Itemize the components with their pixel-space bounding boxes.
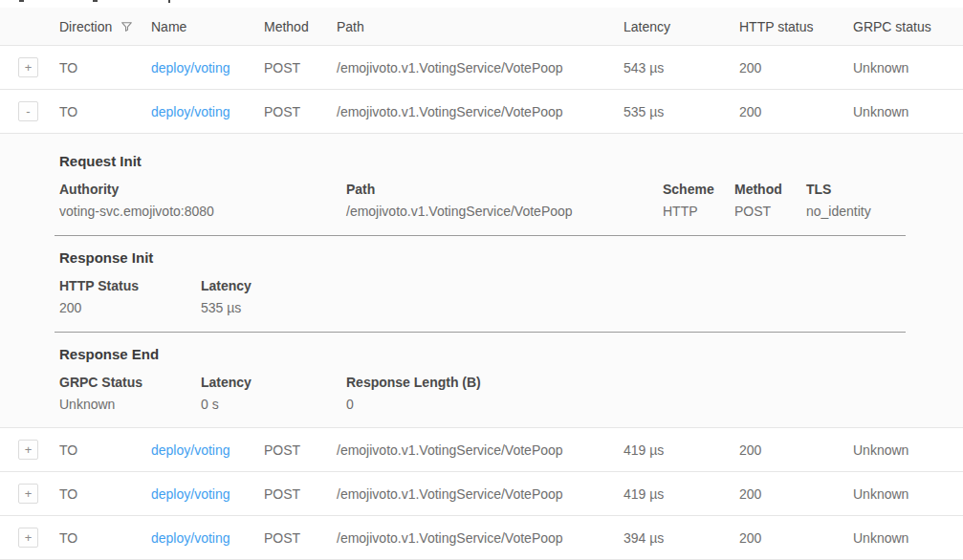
column-header-direction-label: Direction bbox=[59, 19, 112, 34]
request-init-title: Request Init bbox=[59, 153, 963, 169]
expander-cell: + bbox=[0, 484, 59, 504]
expand-toggle-button[interactable]: + bbox=[18, 57, 38, 77]
name-cell: deploy/voting bbox=[151, 60, 264, 75]
field-value: 535 µs bbox=[201, 300, 963, 315]
name-link[interactable]: deploy/voting bbox=[151, 486, 230, 502]
latency-cell: 543 µs bbox=[624, 60, 739, 75]
direction-cell: TO bbox=[59, 530, 151, 546]
field-value: HTTP bbox=[663, 204, 734, 219]
column-header-direction: Direction bbox=[59, 19, 151, 34]
filter-icon[interactable] bbox=[120, 20, 133, 32]
field-value: 200 bbox=[59, 300, 201, 315]
direction-cell: TO bbox=[59, 486, 151, 502]
http-status-cell: 200 bbox=[739, 486, 853, 502]
field-scheme: Scheme HTTP bbox=[663, 182, 734, 219]
name-cell: deploy/voting bbox=[151, 442, 264, 458]
grpc-status-cell: Unknown bbox=[853, 442, 963, 458]
field-label: TLS bbox=[806, 182, 963, 197]
field-method: Method POST bbox=[734, 182, 806, 219]
http-status-cell: 200 bbox=[739, 60, 853, 75]
method-cell: POST bbox=[264, 442, 337, 458]
expander-cell: - bbox=[0, 101, 59, 121]
request-init-fields: Authority voting-svc.emojivoto:8080 Path… bbox=[59, 182, 963, 219]
field-tls: TLS no_identity bbox=[806, 182, 963, 219]
direction-cell: TO bbox=[59, 60, 151, 75]
name-link[interactable]: deploy/voting bbox=[151, 530, 230, 546]
field-value: 0 s bbox=[201, 397, 346, 412]
response-init-fields: HTTP Status 200 Latency 535 µs bbox=[59, 278, 963, 315]
field-label: Latency bbox=[201, 278, 963, 293]
section-divider bbox=[55, 332, 906, 333]
expand-toggle-button[interactable]: - bbox=[18, 101, 38, 121]
grpc-status-cell: Unknown bbox=[853, 104, 963, 119]
path-cell: /emojivoto.v1.VotingService/VotePoop bbox=[337, 442, 624, 458]
expander-cell: + bbox=[0, 440, 59, 460]
field-value: POST bbox=[734, 204, 806, 219]
expand-toggle-button[interactable]: + bbox=[18, 440, 38, 460]
name-link[interactable]: deploy/voting bbox=[151, 104, 230, 119]
field-response-length: Response Length (B) 0 bbox=[346, 375, 963, 412]
grpc-status-cell: Unknown bbox=[853, 530, 963, 546]
expand-toggle-button[interactable]: + bbox=[18, 484, 38, 504]
clipped-text-mark bbox=[168, 0, 170, 3]
column-header-method: Method bbox=[264, 19, 337, 34]
field-label: Authority bbox=[59, 182, 346, 197]
expander-cell: + bbox=[0, 57, 59, 77]
path-cell: /emojivoto.v1.VotingService/VotePoop bbox=[337, 530, 624, 546]
field-value: voting-svc.emojivoto:8080 bbox=[59, 204, 346, 219]
field-grpc-status: GRPC Status Unknown bbox=[59, 375, 201, 412]
tap-table: Direction Name Method Path Latency HTTP … bbox=[0, 8, 963, 560]
table-body: + TO deploy/voting POST /emojivoto.v1.Vo… bbox=[0, 45, 963, 559]
field-http-status: HTTP Status 200 bbox=[59, 278, 201, 315]
field-label: Response Length (B) bbox=[346, 375, 963, 390]
field-value: /emojivoto.v1.VotingService/VotePoop bbox=[346, 204, 663, 219]
clipped-toolbar-text bbox=[0, 0, 963, 8]
method-cell: POST bbox=[264, 60, 337, 75]
table-row: + TO deploy/voting POST /emojivoto.v1.Vo… bbox=[0, 45, 963, 89]
column-header-http-status: HTTP status bbox=[739, 19, 853, 34]
latency-cell: 419 µs bbox=[624, 442, 739, 458]
field-latency: Latency 535 µs bbox=[201, 278, 963, 315]
name-cell: deploy/voting bbox=[151, 530, 264, 546]
field-label: Latency bbox=[201, 375, 346, 390]
field-value: Unknown bbox=[59, 397, 201, 412]
name-cell: deploy/voting bbox=[151, 104, 264, 119]
table-header: Direction Name Method Path Latency HTTP … bbox=[0, 8, 963, 45]
field-label: Path bbox=[346, 182, 663, 197]
field-value: 0 bbox=[346, 397, 963, 412]
field-latency: Latency 0 s bbox=[201, 375, 346, 412]
grpc-status-cell: Unknown bbox=[853, 486, 963, 502]
field-label: HTTP Status bbox=[59, 278, 201, 293]
http-status-cell: 200 bbox=[739, 530, 853, 546]
name-link[interactable]: deploy/voting bbox=[151, 442, 230, 458]
expanded-detail: Request Init Authority voting-svc.emojiv… bbox=[0, 133, 963, 427]
table-row: + TO deploy/voting POST /emojivoto.v1.Vo… bbox=[0, 471, 963, 515]
direction-cell: TO bbox=[59, 442, 151, 458]
response-end-fields: GRPC Status Unknown Latency 0 s Response… bbox=[59, 375, 963, 412]
column-header-latency: Latency bbox=[624, 19, 739, 34]
table-row: + TO deploy/voting POST /emojivoto.v1.Vo… bbox=[0, 515, 963, 559]
table-row: - TO deploy/voting POST /emojivoto.v1.Vo… bbox=[0, 89, 963, 133]
field-path: Path /emojivoto.v1.VotingService/VotePoo… bbox=[346, 182, 663, 219]
latency-cell: 419 µs bbox=[624, 486, 739, 502]
column-header-name: Name bbox=[151, 19, 264, 34]
response-init-title: Response Init bbox=[59, 249, 963, 266]
method-cell: POST bbox=[264, 486, 337, 502]
expand-toggle-button[interactable]: + bbox=[18, 528, 38, 548]
grpc-status-cell: Unknown bbox=[853, 60, 963, 75]
name-link[interactable]: deploy/voting bbox=[151, 60, 230, 75]
field-label: Scheme bbox=[663, 182, 734, 197]
direction-cell: TO bbox=[59, 104, 151, 119]
column-header-path: Path bbox=[337, 19, 624, 34]
latency-cell: 394 µs bbox=[624, 530, 739, 546]
clipped-text-mark bbox=[93, 0, 98, 2]
section-divider bbox=[55, 235, 906, 236]
clipped-text-mark bbox=[19, 0, 24, 2]
latency-cell: 535 µs bbox=[624, 104, 739, 119]
table-row: + TO deploy/voting POST /emojivoto.v1.Vo… bbox=[0, 427, 963, 471]
response-end-title: Response End bbox=[59, 346, 963, 362]
method-cell: POST bbox=[264, 530, 337, 546]
field-label: GRPC Status bbox=[59, 375, 201, 390]
http-status-cell: 200 bbox=[739, 104, 853, 119]
field-value: no_identity bbox=[806, 204, 963, 219]
